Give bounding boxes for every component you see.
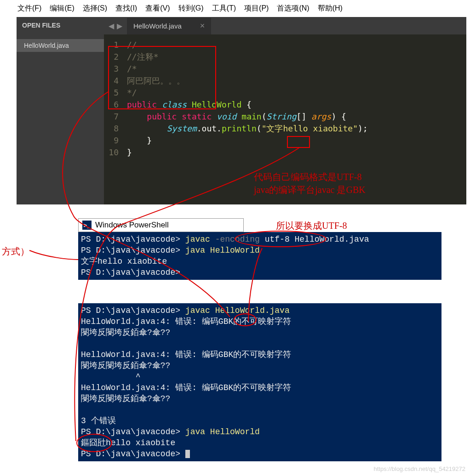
code-line-5: */ <box>127 88 137 97</box>
menu-goto[interactable]: 转到(G) <box>178 4 204 13</box>
open-files-sidebar: HelloWorld.java <box>17 34 104 204</box>
tab-filename: HelloWorld.java <box>133 22 182 30</box>
line-number: 4 <box>104 75 119 87</box>
code-line-7: public static void main(String[] args) { <box>127 112 346 121</box>
code-line-10: } <box>127 147 132 157</box>
line-number: 7 <box>104 111 119 123</box>
terminal-1[interactable]: PS D:\java\javacode> javac -encoding utf… <box>78 232 441 280</box>
code-line-6: public class HelloWorld { <box>127 100 252 109</box>
code-line-2: //注释* <box>127 52 159 62</box>
terminal-cursor <box>185 450 190 458</box>
line-number: 2 <box>104 51 119 63</box>
menu-find[interactable]: 查找(I) <box>115 4 137 13</box>
annot-side: 方式） <box>2 245 29 258</box>
line-number: 3 <box>104 63 119 75</box>
code-line-4: 阿巴阿巴。。。 <box>127 76 185 85</box>
powershell-icon: >_ <box>82 221 92 230</box>
annot-utf8-1: 代码自己编码格式是UTF-8 <box>254 171 361 183</box>
line-gutter: 1 2 3 4 5 6 7 8 9 10 <box>104 34 123 204</box>
annot-utf8-2: java的编译平台javac 是GBK <box>254 184 366 196</box>
code-line-9: } <box>127 136 152 145</box>
annot-change: 所以要换成UTF-8 <box>276 220 347 232</box>
menu-help[interactable]: 帮助(H) <box>318 4 343 13</box>
nav-back-icon[interactable]: ◀ <box>109 22 114 30</box>
file-tab[interactable]: HelloWorld.java × <box>127 17 211 34</box>
editor-body: HelloWorld.java 1 2 3 4 5 6 7 8 9 10 // … <box>17 34 466 204</box>
powershell-title: Windows PowerShell <box>95 221 169 230</box>
powershell-titlebar: >_ Windows PowerShell <box>78 218 244 232</box>
line-number: 5 <box>104 87 119 99</box>
line-number: 10 <box>104 147 119 159</box>
line-number: 9 <box>104 135 119 147</box>
nav-arrows: ◀ ▶ <box>104 17 127 34</box>
menu-select[interactable]: 选择(S) <box>83 4 107 13</box>
menu-bar: 文件(F) 编辑(E) 选择(S) 查找(I) 查看(V) 转到(G) 工具(T… <box>0 0 470 17</box>
line-number: 8 <box>104 123 119 135</box>
terminal-2[interactable]: PS D:\java\javacode> javac HelloWorld.ja… <box>78 303 441 461</box>
menu-view[interactable]: 查看(V) <box>145 4 170 13</box>
line-number: 1 <box>104 39 119 51</box>
nav-forward-icon[interactable]: ▶ <box>117 22 122 30</box>
menu-tools[interactable]: 工具(T) <box>212 4 236 13</box>
menu-project[interactable]: 项目(P) <box>244 4 269 13</box>
sidebar-file-item[interactable]: HelloWorld.java <box>17 39 104 52</box>
open-files-label: OPEN FILES <box>17 17 104 34</box>
editor-top-bar: OPEN FILES ◀ ▶ HelloWorld.java × <box>17 17 466 34</box>
code-line-3: /* <box>127 64 137 74</box>
line-number: 6 <box>104 99 119 111</box>
menu-file[interactable]: 文件(F) <box>17 4 41 13</box>
menu-edit[interactable]: 编辑(E) <box>50 4 74 13</box>
code-line-1: // <box>127 40 137 50</box>
close-tab-icon[interactable]: × <box>200 21 205 31</box>
watermark: https://blog.csdn.net/qq_54219272 <box>374 465 466 472</box>
menu-prefs[interactable]: 首选项(N) <box>277 4 309 13</box>
code-line-8: System.out.println("文字hello xiaobite"); <box>127 124 368 133</box>
